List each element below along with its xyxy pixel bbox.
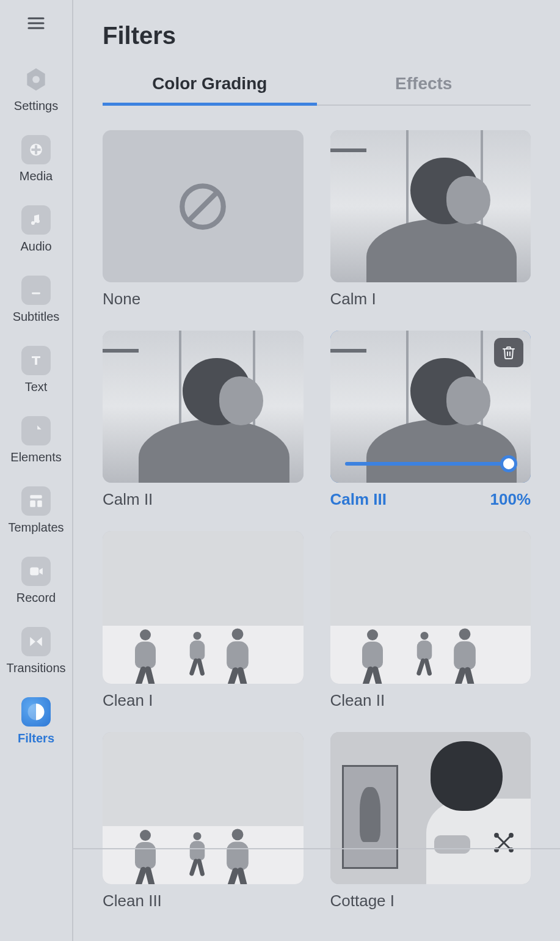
svg-point-9 [36,219,40,223]
filter-thumbnail [330,130,531,282]
filter-label: Clean I [103,691,153,710]
filter-card-clean-1[interactable]: Clean I [103,531,304,709]
elements-icon [21,416,51,445]
svg-point-21 [495,834,498,837]
svg-rect-15 [30,568,38,576]
filter-label: Clean II [330,691,385,710]
hamburger-menu-button[interactable] [24,11,48,35]
filter-thumbnail [103,531,304,683]
tab-effects[interactable]: Effects [317,74,531,104]
svg-line-18 [188,191,218,221]
slider-knob[interactable] [500,455,517,472]
sidebar-item-label: Subtitles [13,310,60,324]
tab-label: Effects [395,74,452,93]
record-icon [21,557,51,586]
filter-thumbnail [103,732,304,884]
sidebar-item-label: Transitions [6,661,65,675]
sidebar-item-label: Settings [14,99,58,113]
filters-panel: Filters Color Grading Effects None Calm … [73,0,560,941]
sidebar-item-subtitles[interactable]: Subtitles [0,265,72,335]
sidebar-item-label: Templates [8,521,64,535]
svg-rect-14 [37,500,42,507]
sidebar-item-filters[interactable]: Filters [0,686,72,756]
filter-label: Cottage I [330,892,395,910]
filter-label: Calm II [103,490,153,509]
transitions-icon [21,627,51,656]
sidebar-item-label: Elements [10,450,61,464]
sidebar-item-settings[interactable]: Settings [0,54,72,124]
filter-card-calm-2[interactable]: Calm II [103,331,304,509]
hamburger-icon [26,13,46,33]
divider [73,848,560,849]
sidebar-item-templates[interactable]: Templates [0,475,72,546]
sidebar-item-label: Audio [20,240,51,254]
sidebar-item-media[interactable]: Media [0,124,72,194]
svg-rect-12 [30,495,42,498]
filter-card-clean-2[interactable]: Clean II [330,531,531,709]
filter-thumbnail [103,130,304,282]
sidebar-item-audio[interactable]: Audio [0,194,72,265]
settings-icon [21,65,51,94]
tabs: Color Grading Effects [103,74,531,106]
filter-thumbnail [330,732,531,884]
filter-thumbnail [330,331,531,483]
sidebar-item-record[interactable]: Record [0,546,72,616]
tab-color-grading[interactable]: Color Grading [103,74,317,104]
sidebar-item-elements[interactable]: Elements [0,405,72,475]
media-icon [21,135,51,164]
filter-thumbnail [330,531,531,683]
sidebar-item-label: Media [20,169,53,183]
audio-icon [21,205,51,235]
page-title: Filters [103,22,531,49]
filter-label: None [103,290,140,309]
svg-point-22 [509,834,512,837]
svg-point-4 [32,76,40,83]
filter-intensity-value: 100% [490,490,531,509]
intensity-slider[interactable] [345,462,517,466]
filter-label: Calm III [330,490,387,509]
filters-icon [21,697,51,727]
templates-icon [21,486,51,516]
filter-thumbnail [103,331,304,483]
filter-card-cottage-1[interactable]: Cottage I [330,732,531,910]
svg-rect-11 [32,293,40,295]
text-icon [21,346,51,375]
svg-point-8 [31,221,35,225]
sidebar-item-label: Record [16,591,56,605]
filter-card-clean-3[interactable]: Clean III [103,732,304,910]
filter-label: Clean III [103,892,162,910]
subtitles-icon [21,276,51,305]
none-icon [175,179,230,234]
sidebar-item-label: Filters [18,731,54,745]
trash-icon [501,345,516,360]
sidebar-item-text[interactable]: Text [0,335,72,405]
filter-grid: None Calm I Calm II [103,130,531,910]
remove-filter-button[interactable] [494,338,523,367]
svg-rect-13 [30,500,35,507]
sidebar: Settings Media Audio Subtitles Text Elem… [0,0,73,941]
sidebar-item-label: Text [25,380,48,394]
filter-card-none[interactable]: None [103,130,304,309]
filter-label: Calm I [330,290,376,309]
tab-label: Color Grading [152,74,267,93]
filter-card-calm-3[interactable]: Calm III 100% [330,331,531,509]
filter-card-calm-1[interactable]: Calm I [330,130,531,309]
sidebar-item-transitions[interactable]: Transitions [0,616,72,686]
svg-rect-7 [31,148,40,151]
